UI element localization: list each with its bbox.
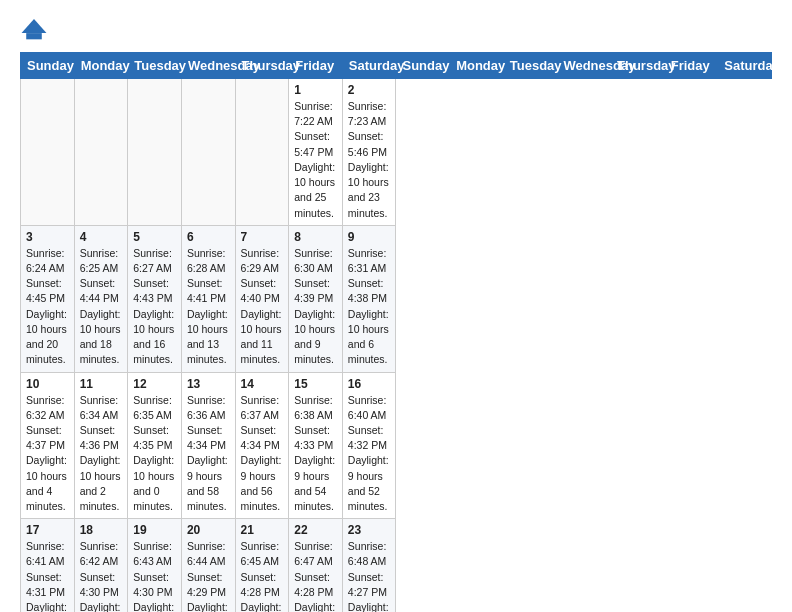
svg-rect-1	[26, 33, 42, 39]
day-number: 15	[294, 377, 337, 391]
day-info: Sunrise: 6:43 AMSunset: 4:30 PMDaylight:…	[133, 539, 176, 612]
calendar-cell: 9Sunrise: 6:31 AMSunset: 4:38 PMDaylight…	[342, 225, 396, 372]
day-number: 9	[348, 230, 391, 244]
calendar-cell: 14Sunrise: 6:37 AMSunset: 4:34 PMDayligh…	[235, 372, 289, 519]
calendar-week-row: 17Sunrise: 6:41 AMSunset: 4:31 PMDayligh…	[21, 519, 772, 612]
day-info: Sunrise: 6:40 AMSunset: 4:32 PMDaylight:…	[348, 393, 391, 515]
calendar-cell: 6Sunrise: 6:28 AMSunset: 4:41 PMDaylight…	[181, 225, 235, 372]
header-thursday: Thursday	[235, 53, 289, 79]
day-info: Sunrise: 6:32 AMSunset: 4:37 PMDaylight:…	[26, 393, 69, 515]
header-tuesday: Tuesday	[503, 53, 557, 79]
header-sunday: Sunday	[21, 53, 75, 79]
calendar-header-row: SundayMondayTuesdayWednesdayThursdayFrid…	[21, 53, 772, 79]
day-number: 16	[348, 377, 391, 391]
calendar-table: SundayMondayTuesdayWednesdayThursdayFrid…	[20, 52, 772, 612]
day-number: 8	[294, 230, 337, 244]
calendar-cell	[181, 79, 235, 226]
header-friday: Friday	[664, 53, 718, 79]
day-number: 3	[26, 230, 69, 244]
day-info: Sunrise: 6:29 AMSunset: 4:40 PMDaylight:…	[241, 246, 284, 368]
day-number: 21	[241, 523, 284, 537]
day-info: Sunrise: 6:38 AMSunset: 4:33 PMDaylight:…	[294, 393, 337, 515]
calendar-cell: 21Sunrise: 6:45 AMSunset: 4:28 PMDayligh…	[235, 519, 289, 612]
day-number: 14	[241, 377, 284, 391]
day-info: Sunrise: 6:24 AMSunset: 4:45 PMDaylight:…	[26, 246, 69, 368]
header-monday: Monday	[74, 53, 128, 79]
day-info: Sunrise: 6:44 AMSunset: 4:29 PMDaylight:…	[187, 539, 230, 612]
day-info: Sunrise: 6:31 AMSunset: 4:38 PMDaylight:…	[348, 246, 391, 368]
header-saturday: Saturday	[718, 53, 772, 79]
day-number: 2	[348, 83, 391, 97]
day-number: 17	[26, 523, 69, 537]
day-number: 23	[348, 523, 391, 537]
day-info: Sunrise: 6:41 AMSunset: 4:31 PMDaylight:…	[26, 539, 69, 612]
page-header	[20, 16, 772, 44]
calendar-cell	[21, 79, 75, 226]
calendar-cell: 12Sunrise: 6:35 AMSunset: 4:35 PMDayligh…	[128, 372, 182, 519]
header-saturday: Saturday	[342, 53, 396, 79]
day-info: Sunrise: 6:28 AMSunset: 4:41 PMDaylight:…	[187, 246, 230, 368]
calendar-cell: 20Sunrise: 6:44 AMSunset: 4:29 PMDayligh…	[181, 519, 235, 612]
day-info: Sunrise: 6:27 AMSunset: 4:43 PMDaylight:…	[133, 246, 176, 368]
calendar-cell: 18Sunrise: 6:42 AMSunset: 4:30 PMDayligh…	[74, 519, 128, 612]
day-number: 19	[133, 523, 176, 537]
day-number: 12	[133, 377, 176, 391]
calendar-cell	[74, 79, 128, 226]
calendar-cell: 10Sunrise: 6:32 AMSunset: 4:37 PMDayligh…	[21, 372, 75, 519]
header-monday: Monday	[450, 53, 504, 79]
day-number: 20	[187, 523, 230, 537]
svg-marker-0	[22, 19, 47, 33]
header-wednesday: Wednesday	[557, 53, 611, 79]
day-number: 10	[26, 377, 69, 391]
calendar-week-row: 10Sunrise: 6:32 AMSunset: 4:37 PMDayligh…	[21, 372, 772, 519]
header-wednesday: Wednesday	[181, 53, 235, 79]
calendar-cell: 3Sunrise: 6:24 AMSunset: 4:45 PMDaylight…	[21, 225, 75, 372]
calendar-cell: 13Sunrise: 6:36 AMSunset: 4:34 PMDayligh…	[181, 372, 235, 519]
calendar-week-row: 3Sunrise: 6:24 AMSunset: 4:45 PMDaylight…	[21, 225, 772, 372]
calendar-cell: 7Sunrise: 6:29 AMSunset: 4:40 PMDaylight…	[235, 225, 289, 372]
day-info: Sunrise: 6:47 AMSunset: 4:28 PMDaylight:…	[294, 539, 337, 612]
calendar-cell: 1Sunrise: 7:22 AMSunset: 5:47 PMDaylight…	[289, 79, 343, 226]
day-info: Sunrise: 6:36 AMSunset: 4:34 PMDaylight:…	[187, 393, 230, 515]
calendar-cell: 5Sunrise: 6:27 AMSunset: 4:43 PMDaylight…	[128, 225, 182, 372]
header-thursday: Thursday	[611, 53, 665, 79]
logo-icon	[20, 16, 48, 44]
calendar-cell: 19Sunrise: 6:43 AMSunset: 4:30 PMDayligh…	[128, 519, 182, 612]
calendar-cell: 17Sunrise: 6:41 AMSunset: 4:31 PMDayligh…	[21, 519, 75, 612]
calendar-cell	[128, 79, 182, 226]
day-number: 13	[187, 377, 230, 391]
day-number: 22	[294, 523, 337, 537]
day-number: 4	[80, 230, 123, 244]
day-number: 11	[80, 377, 123, 391]
calendar-week-row: 1Sunrise: 7:22 AMSunset: 5:47 PMDaylight…	[21, 79, 772, 226]
header-tuesday: Tuesday	[128, 53, 182, 79]
day-info: Sunrise: 6:48 AMSunset: 4:27 PMDaylight:…	[348, 539, 391, 612]
calendar-cell: 15Sunrise: 6:38 AMSunset: 4:33 PMDayligh…	[289, 372, 343, 519]
day-number: 7	[241, 230, 284, 244]
day-info: Sunrise: 7:23 AMSunset: 5:46 PMDaylight:…	[348, 99, 391, 221]
calendar-cell: 11Sunrise: 6:34 AMSunset: 4:36 PMDayligh…	[74, 372, 128, 519]
day-number: 1	[294, 83, 337, 97]
day-info: Sunrise: 6:30 AMSunset: 4:39 PMDaylight:…	[294, 246, 337, 368]
calendar-cell: 22Sunrise: 6:47 AMSunset: 4:28 PMDayligh…	[289, 519, 343, 612]
day-number: 18	[80, 523, 123, 537]
day-number: 6	[187, 230, 230, 244]
day-info: Sunrise: 6:37 AMSunset: 4:34 PMDaylight:…	[241, 393, 284, 515]
day-info: Sunrise: 6:45 AMSunset: 4:28 PMDaylight:…	[241, 539, 284, 612]
day-info: Sunrise: 6:34 AMSunset: 4:36 PMDaylight:…	[80, 393, 123, 515]
day-info: Sunrise: 6:25 AMSunset: 4:44 PMDaylight:…	[80, 246, 123, 368]
calendar-cell: 4Sunrise: 6:25 AMSunset: 4:44 PMDaylight…	[74, 225, 128, 372]
day-info: Sunrise: 6:42 AMSunset: 4:30 PMDaylight:…	[80, 539, 123, 612]
header-sunday: Sunday	[396, 53, 450, 79]
calendar-cell: 2Sunrise: 7:23 AMSunset: 5:46 PMDaylight…	[342, 79, 396, 226]
calendar-cell: 16Sunrise: 6:40 AMSunset: 4:32 PMDayligh…	[342, 372, 396, 519]
calendar-cell: 23Sunrise: 6:48 AMSunset: 4:27 PMDayligh…	[342, 519, 396, 612]
day-number: 5	[133, 230, 176, 244]
header-friday: Friday	[289, 53, 343, 79]
day-info: Sunrise: 6:35 AMSunset: 4:35 PMDaylight:…	[133, 393, 176, 515]
calendar-cell	[235, 79, 289, 226]
calendar-cell: 8Sunrise: 6:30 AMSunset: 4:39 PMDaylight…	[289, 225, 343, 372]
logo	[20, 16, 52, 44]
day-info: Sunrise: 7:22 AMSunset: 5:47 PMDaylight:…	[294, 99, 337, 221]
